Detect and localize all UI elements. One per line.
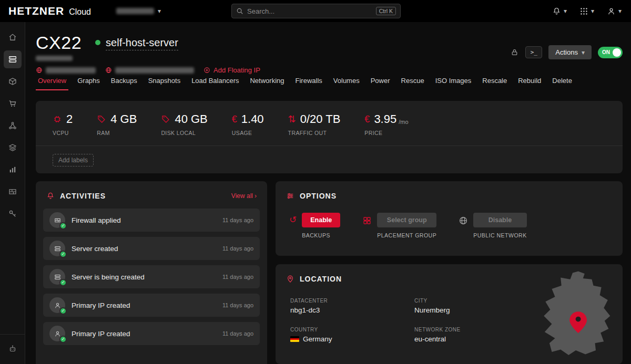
power-state-label: ON: [602, 49, 610, 55]
floating-ip-icon: [203, 67, 210, 74]
tab-firewalls[interactable]: Firewalls: [293, 75, 324, 90]
cart-icon: [8, 99, 17, 108]
power-toggle[interactable]: ON: [598, 47, 623, 58]
stat-label: RAM: [97, 130, 137, 136]
tab-backups[interactable]: Backups: [109, 75, 139, 90]
notifications-menu[interactable]: ▾: [552, 7, 567, 16]
sidebar-item-assistant[interactable]: [4, 340, 22, 358]
option-label: PLACEMENT GROUP: [377, 232, 436, 238]
enable-backups-button[interactable]: Enable: [302, 213, 340, 227]
globe-icon: [36, 67, 43, 74]
stat-label: PRICE: [364, 130, 408, 136]
console-button[interactable]: >_: [525, 46, 542, 58]
stat-label: TRAFFIC OUT: [288, 130, 341, 136]
server-name[interactable]: self-host-server: [106, 37, 178, 50]
success-check-icon: ✓: [59, 279, 67, 286]
stat-label: DISK LOCAL: [161, 130, 207, 136]
stat-disk: 40 GB DISK LOCAL: [161, 112, 207, 136]
success-check-icon: ✓: [59, 251, 67, 258]
chevron-down-icon: ▾: [591, 8, 594, 14]
brand-product: Cloud: [69, 7, 91, 17]
tab-load-balancers[interactable]: Load Balancers: [189, 75, 241, 90]
server-icon: ✓: [49, 241, 65, 256]
activity-time: 11 days ago: [222, 245, 253, 252]
sidebar-item-pricing[interactable]: [4, 95, 22, 112]
project-selector[interactable]: ▾: [116, 8, 161, 14]
sidebar-item-servers[interactable]: [4, 50, 22, 68]
chevron-down-icon: ▾: [158, 8, 161, 14]
activity-row: ✓ Server created 11 days ago: [43, 237, 260, 260]
stat-suffix: /mo: [399, 119, 408, 125]
tab-iso-images[interactable]: ISO Images: [433, 75, 474, 90]
sidebar-item-metrics[interactable]: [4, 161, 22, 179]
field-value: nbg1-dc3: [290, 306, 414, 314]
ipv4-address[interactable]: [36, 67, 96, 74]
apps-menu[interactable]: ▾: [579, 7, 594, 16]
sidebar-item-home[interactable]: [4, 28, 22, 46]
globe-icon: [459, 216, 468, 225]
sidebar-item-networks[interactable]: [4, 117, 22, 134]
sidebar-item-images[interactable]: [4, 72, 22, 90]
main-content: CX22 self-host-server Add Floating IP: [25, 22, 631, 364]
tag-icon: [97, 115, 106, 124]
chevron-down-icon: ▾: [618, 8, 622, 14]
activity-text: Primary IP created: [72, 301, 130, 309]
sidebar-item-security[interactable]: [4, 205, 22, 223]
sidebar-item-firewalls[interactable]: [4, 183, 22, 201]
tab-rescale[interactable]: Rescale: [480, 75, 509, 90]
sidebar-footer: [0, 334, 25, 364]
ipv6-redacted: [115, 67, 194, 74]
stat-usage: € 1.40 USAGE: [232, 112, 264, 136]
germany-map: [534, 269, 614, 358]
sidebar-item-load-balancers[interactable]: [4, 139, 22, 157]
location-field-country: COUNTRY Germany: [290, 327, 414, 343]
stat-value: 4 GB: [110, 112, 137, 126]
location-title: LOCATION: [300, 275, 342, 283]
bar-chart-icon: [8, 165, 17, 174]
option-label: BACKUPS: [302, 232, 340, 238]
success-check-icon: ✓: [59, 307, 67, 315]
add-floating-ip-label: Add Floating IP: [213, 66, 260, 74]
lock-icon[interactable]: [510, 48, 519, 57]
add-floating-ip-link[interactable]: Add Floating IP: [203, 66, 260, 74]
view-all-link[interactable]: View all ›: [231, 192, 257, 200]
tab-rescue[interactable]: Rescue: [399, 75, 426, 90]
tab-snapshots[interactable]: Snapshots: [146, 75, 182, 90]
search-input[interactable]: [247, 7, 372, 15]
tab-graphs[interactable]: Graphs: [75, 75, 102, 90]
toggle-knob: [613, 48, 621, 57]
tab-delete[interactable]: Delete: [550, 75, 574, 90]
euro-icon: €: [232, 115, 237, 124]
server-controls: >_ Actions ▾ ON: [510, 45, 623, 59]
hetzner-logo[interactable]: HETZNER Cloud: [8, 5, 91, 17]
ipv6-address[interactable]: [105, 67, 194, 74]
tab-volumes[interactable]: Volumes: [331, 75, 362, 90]
tab-overview[interactable]: Overview: [36, 75, 68, 90]
field-value: Nuremberg: [414, 306, 538, 314]
search-icon: [236, 7, 243, 15]
tab-networking[interactable]: Networking: [248, 75, 286, 90]
bell-icon: [552, 7, 561, 16]
stats-card: 2 VCPU 4 GB RAM 40 GB DISK LOCAL: [36, 101, 623, 173]
status-dot: [95, 40, 100, 45]
activity-time: 11 days ago: [222, 274, 253, 280]
tab-power[interactable]: Power: [369, 75, 392, 90]
chevron-down-icon: ▾: [582, 49, 585, 56]
options-card: OPTIONS ↺ Enable BACKUPS Select group PL…: [276, 181, 623, 256]
tab-rebuild[interactable]: Rebuild: [516, 75, 543, 90]
stat-value: 0/20 TB: [300, 112, 341, 126]
select-group-button[interactable]: Select group: [377, 213, 436, 227]
field-value: eu-central: [414, 335, 538, 343]
stat-value: 40 GB: [175, 112, 207, 126]
stat-vcpu: 2 VCPU: [53, 112, 73, 136]
add-labels-button[interactable]: Add labels: [53, 154, 94, 167]
disable-public-network-button[interactable]: Disable: [473, 213, 527, 227]
stat-value: 1.40: [241, 112, 264, 126]
stat-label: USAGE: [232, 130, 264, 136]
account-menu[interactable]: ▾: [607, 7, 622, 16]
tag-icon: [161, 115, 170, 124]
server-plan: CX22: [36, 34, 82, 51]
server-tabs: Overview Graphs Backups Snapshots Load B…: [36, 75, 574, 90]
search-bar[interactable]: Ctrl K: [231, 4, 401, 18]
actions-button[interactable]: Actions ▾: [548, 45, 592, 59]
